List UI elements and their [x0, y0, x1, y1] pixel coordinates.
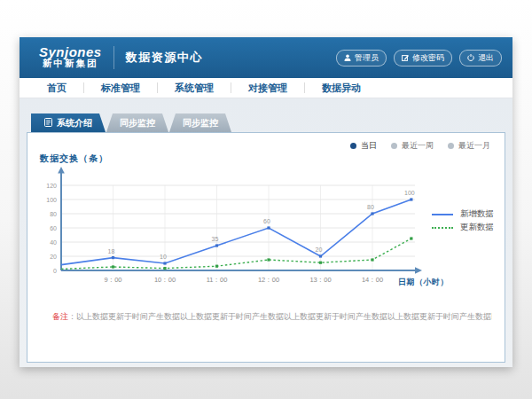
- y-axis-title: 数据交换（条）: [40, 153, 108, 165]
- edit-icon: [402, 54, 409, 61]
- admin-button[interactable]: 管理员: [336, 50, 387, 66]
- legend-label: 新增数据: [460, 208, 494, 220]
- svg-text:0: 0: [53, 268, 57, 274]
- chart-panel: 当日 最近一周 最近一月 数据交换（条） 9：0010：0011：0012：00…: [27, 132, 505, 363]
- svg-text:12：00: 12：00: [258, 276, 279, 284]
- footnote: 备注：以上数据更新于时间产生数据以上数据更新于时间产生数据以上数据更新于时间产生…: [52, 311, 492, 323]
- radio-dot-icon: [350, 143, 356, 149]
- tab-sync-monitor-1[interactable]: 同步监控: [106, 113, 168, 132]
- svg-text:100: 100: [404, 190, 415, 196]
- nav-item-data-change[interactable]: 数据异动: [305, 82, 378, 93]
- tab-label: 同步监控: [183, 117, 218, 129]
- app-window: Synjones 新中新集团 数据资源中心 管理员 修改密码: [20, 37, 512, 367]
- logout-button[interactable]: 退出: [459, 50, 502, 66]
- change-password-button[interactable]: 修改密码: [394, 50, 452, 66]
- chart-legend: 新增数据 更新数据: [432, 207, 494, 234]
- svg-text:10：00: 10：00: [154, 276, 176, 284]
- tab-label: 同步监控: [120, 117, 155, 129]
- header-actions: 管理员 修改密码 退出: [336, 50, 502, 66]
- tab-label: 系统介绍: [57, 117, 92, 129]
- power-icon: [467, 54, 474, 61]
- radio-label: 最近一月: [458, 140, 490, 152]
- svg-text:14：00: 14：00: [362, 276, 383, 284]
- footnote-prefix: 备注: [52, 312, 68, 321]
- svg-text:100: 100: [46, 197, 57, 203]
- radio-label: 当日: [361, 140, 377, 152]
- logo-brand-text: Synjones: [39, 46, 102, 58]
- legend-line-solid-icon: [432, 214, 453, 215]
- main-nav: 首页 标准管理 系统管理 对接管理 数据异动: [20, 78, 512, 98]
- svg-text:9：00: 9：00: [104, 276, 121, 284]
- svg-text:80: 80: [367, 204, 374, 210]
- nav-item-system-mgmt[interactable]: 系统管理: [158, 82, 231, 93]
- svg-text:18: 18: [108, 248, 115, 254]
- svg-text:日期（小时）: 日期（小时）: [398, 278, 449, 286]
- page-title: 数据资源中心: [126, 50, 203, 66]
- svg-text:11：00: 11：00: [207, 276, 228, 284]
- admin-button-label: 管理员: [355, 52, 379, 64]
- svg-text:20: 20: [50, 254, 57, 260]
- header-divider: [113, 46, 114, 69]
- legend-item-new-data: 新增数据: [432, 207, 494, 221]
- svg-text:35: 35: [212, 236, 219, 242]
- radio-dot-icon: [391, 143, 397, 149]
- user-icon: [344, 54, 351, 61]
- app-header: Synjones 新中新集团 数据资源中心 管理员 修改密码: [20, 37, 512, 78]
- radio-option-2[interactable]: 最近一月: [448, 140, 490, 152]
- nav-item-standard-mgmt[interactable]: 标准管理: [84, 82, 158, 93]
- legend-item-updated-data: 更新数据: [432, 221, 494, 234]
- tab-bar: 系统介绍 同步监控 同步监控: [20, 113, 512, 132]
- svg-text:40: 40: [50, 239, 57, 246]
- change-password-button-label: 修改密码: [412, 52, 444, 64]
- radio-option-1[interactable]: 最近一周: [391, 140, 434, 152]
- nav-item-docking-mgmt[interactable]: 对接管理: [231, 82, 305, 93]
- radio-label: 最近一周: [402, 140, 434, 152]
- svg-text:80: 80: [50, 211, 57, 217]
- svg-text:60: 60: [263, 218, 270, 224]
- footnote-text: ：以上数据更新于时间产生数据以上数据更新于时间产生数据以上数据更新于时间产生数据…: [68, 312, 492, 321]
- svg-text:13：00: 13：00: [309, 276, 331, 284]
- logout-button-label: 退出: [478, 52, 494, 64]
- legend-line-dotted-icon: [432, 227, 453, 229]
- time-range-filter: 当日 最近一周 最近一月: [350, 140, 490, 152]
- company-logo: Synjones 新中新集团: [39, 46, 102, 69]
- legend-label: 更新数据: [460, 222, 494, 233]
- logo-company-text: 新中新集团: [39, 58, 102, 69]
- tab-sync-monitor-2[interactable]: 同步监控: [169, 113, 231, 132]
- svg-text:10: 10: [160, 254, 167, 260]
- content-area: 系统介绍 同步监控 同步监控 当日 最近一周: [20, 98, 512, 367]
- radio-dot-icon: [448, 143, 454, 149]
- radio-option-0[interactable]: 当日: [350, 140, 377, 152]
- tab-system-intro[interactable]: 系统介绍: [31, 113, 106, 132]
- svg-text:20: 20: [316, 246, 323, 253]
- svg-text:60: 60: [50, 225, 57, 231]
- nav-item-home[interactable]: 首页: [30, 82, 84, 93]
- document-icon: [44, 118, 52, 129]
- svg-text:120: 120: [46, 183, 57, 189]
